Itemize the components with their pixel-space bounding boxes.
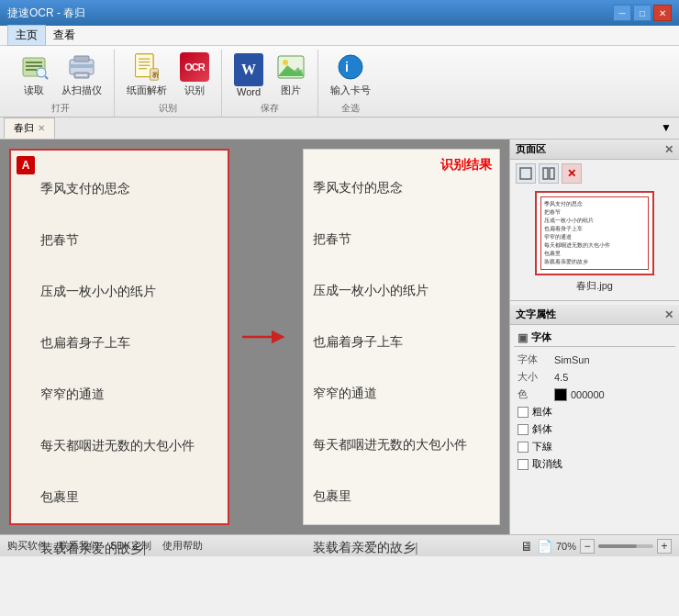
text-props-title: 文字属性 bbox=[516, 308, 556, 321]
thumb-box: 季风支付的思念 把春节 压成一枚小小的纸片 也扁着身子上车 窄窄的通道 每天都咽… bbox=[540, 196, 649, 270]
page-filename: 春归.jpg bbox=[576, 279, 613, 293]
checkbox-bold-row: 粗体 bbox=[514, 403, 675, 420]
r-line-4 bbox=[313, 252, 491, 278]
r-line-9: 窄窄的通道 bbox=[313, 381, 491, 407]
r-line-15: 装载着亲爱的故乡| bbox=[313, 535, 491, 561]
tab-chunhui[interactable]: 春归 ✕ bbox=[4, 118, 55, 139]
font-section-icon: ▣ bbox=[518, 331, 528, 344]
thumb-line-5: 窄窄的通道 bbox=[544, 233, 645, 241]
word-button[interactable]: W Word bbox=[229, 52, 268, 100]
svg-text:析: 析 bbox=[151, 72, 160, 79]
line-2 bbox=[40, 202, 218, 228]
status-right: 🖥 📄 70% − + bbox=[520, 539, 672, 554]
page-area-title: 页面区 bbox=[516, 142, 546, 156]
line-12 bbox=[40, 459, 218, 485]
scan-button[interactable]: 从扫描仪 bbox=[57, 50, 106, 100]
menu-item-view[interactable]: 查看 bbox=[46, 26, 83, 45]
font-section: ▣ 字体 字体 SimSun 大小 4.5 色 000000 bbox=[514, 329, 675, 473]
page-tool-delete[interactable]: ✕ bbox=[562, 163, 582, 184]
svg-rect-28 bbox=[543, 168, 548, 179]
ocr-button[interactable]: OCR 识别 bbox=[175, 50, 214, 100]
checkbox-bold[interactable] bbox=[518, 407, 529, 418]
checkbox-strikethrough[interactable] bbox=[518, 459, 529, 470]
thumb-line-7: 包裹里 bbox=[544, 250, 645, 258]
page-tool-view2[interactable] bbox=[539, 163, 559, 184]
thumb-line-1: 季风支付的思念 bbox=[544, 200, 645, 208]
page-area-header: 页面区 ✕ bbox=[510, 140, 679, 160]
checkbox-underline-label: 下線 bbox=[532, 440, 552, 454]
tab-dropdown-icon: ▼ bbox=[661, 121, 672, 134]
font-face-row: 字体 SimSun bbox=[514, 351, 675, 368]
tab-close-icon[interactable]: ✕ bbox=[38, 123, 45, 133]
paper-button[interactable]: 析 纸面解析 bbox=[122, 50, 172, 100]
ribbon-save-label: 保存 bbox=[261, 102, 279, 115]
font-color-value: 000000 bbox=[571, 389, 605, 400]
page-area-close-icon[interactable]: ✕ bbox=[664, 143, 673, 156]
svg-rect-7 bbox=[70, 64, 94, 68]
read-icon bbox=[19, 52, 49, 82]
zoom-track bbox=[598, 544, 637, 548]
page-tool-view1[interactable] bbox=[516, 163, 536, 184]
ribbon-group-save: W Word 图片 保存 bbox=[222, 50, 318, 117]
line-1: 季风支付的思念 bbox=[40, 176, 218, 202]
doc-status-icon: 📄 bbox=[537, 539, 552, 554]
checkbox-underline[interactable] bbox=[518, 442, 529, 453]
svg-rect-1 bbox=[26, 62, 42, 63]
line-10 bbox=[40, 408, 218, 433]
scan-label: 从扫描仪 bbox=[61, 84, 102, 97]
right-panel: 页面区 ✕ ✕ 季风支付的思念 把春节 压成一枚小小的纸片 也扁着身子 bbox=[509, 140, 679, 534]
color-swatch bbox=[554, 388, 567, 401]
svg-rect-29 bbox=[550, 168, 554, 179]
card-button[interactable]: i 输入卡号 bbox=[326, 50, 375, 100]
ocr-label: 识别 bbox=[184, 84, 205, 97]
line-3: 把春节 bbox=[40, 228, 218, 253]
image-label: 图片 bbox=[281, 84, 301, 97]
word-label: Word bbox=[237, 86, 261, 97]
maximize-button[interactable]: □ bbox=[633, 5, 651, 21]
r-line-14 bbox=[313, 510, 491, 535]
r-line-2 bbox=[313, 201, 491, 227]
thumb-line-4: 也扁着身子上车 bbox=[544, 225, 645, 233]
ribbon-open-buttons: 读取 从扫描仪 bbox=[15, 50, 106, 100]
checkbox-bold-label: 粗体 bbox=[532, 405, 552, 419]
title-controls: ─ □ ✕ bbox=[613, 5, 672, 21]
font-color-row: 色 000000 bbox=[514, 386, 675, 403]
image-button[interactable]: 图片 bbox=[272, 50, 310, 100]
minimize-button[interactable]: ─ bbox=[613, 5, 631, 21]
line-13: 包裹里 bbox=[40, 485, 218, 510]
thumb-line-6: 每天都咽进无数的大包小件 bbox=[544, 241, 645, 250]
text-props-close-icon[interactable]: ✕ bbox=[664, 308, 673, 321]
r-line-3: 把春节 bbox=[313, 227, 491, 252]
line-14 bbox=[40, 510, 218, 536]
font-face-value: SimSun bbox=[554, 354, 590, 365]
line-6 bbox=[40, 305, 218, 330]
doc-text-right: 季风支付的思念 把春节 压成一枚小小的纸片 也扁着身子上车 窄窄的通道 每天都咽… bbox=[313, 161, 491, 561]
read-button[interactable]: 读取 bbox=[15, 50, 53, 100]
doc-wrapper: A 季风支付的思念 把春节 压成一枚小小的纸片 也扁着身子上车 窄窄的通道 每天… bbox=[0, 140, 509, 534]
svg-rect-2 bbox=[26, 65, 42, 67]
close-button[interactable]: ✕ bbox=[653, 5, 672, 21]
image-icon bbox=[276, 52, 306, 82]
arrow-area bbox=[239, 149, 294, 525]
tab-dropdown-button[interactable]: ▼ bbox=[657, 117, 675, 139]
title-text: 捷速OCR - 春归 bbox=[7, 6, 613, 21]
zoom-level: 70% bbox=[556, 541, 576, 552]
checkbox-strikethrough-row: 取消线 bbox=[514, 455, 675, 473]
r-line-6 bbox=[313, 304, 491, 330]
zoom-minus-button[interactable]: − bbox=[580, 539, 595, 554]
checkbox-italic[interactable] bbox=[518, 424, 529, 435]
menu-item-home[interactable]: 主页 bbox=[7, 25, 46, 46]
checkbox-italic-label: 斜体 bbox=[532, 422, 552, 436]
font-size-row: 大小 4.5 bbox=[514, 368, 675, 386]
zoom-plus-button[interactable]: + bbox=[657, 539, 672, 554]
ocr-result-label: 识别结果 bbox=[440, 157, 492, 174]
r-line-1: 季风支付的思念 bbox=[313, 175, 491, 201]
zoom-slider[interactable] bbox=[598, 544, 653, 548]
svg-line-5 bbox=[45, 76, 48, 79]
svg-rect-3 bbox=[26, 69, 37, 71]
scan-icon bbox=[67, 52, 96, 82]
title-bar: 捷速OCR - 春归 ─ □ ✕ bbox=[0, 0, 679, 26]
computer-icon: 🖥 bbox=[520, 539, 533, 554]
ribbon-open-label: 打开 bbox=[51, 102, 70, 115]
svg-point-23 bbox=[339, 55, 362, 79]
